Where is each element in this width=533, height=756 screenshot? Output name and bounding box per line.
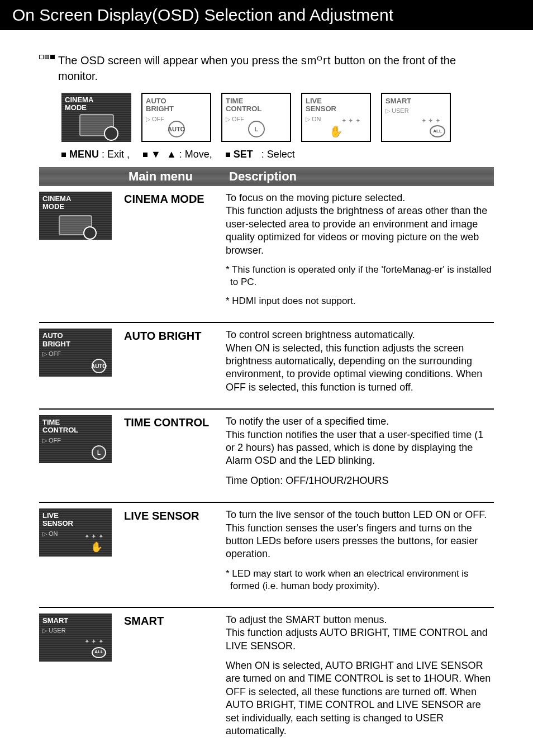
menu-name: SMART [124, 614, 219, 745]
all-icon: ALL [430, 125, 445, 137]
menu-icon-card: CINEMAMODE [39, 192, 112, 240]
menu-description: To adjust the SMART button menus. This f… [226, 614, 494, 745]
menu-icon-card: TIMECONTROL▷ OFFL [39, 415, 112, 463]
hand-icon: ✋ [329, 125, 343, 137]
move-action: : Move, [179, 149, 212, 160]
menu-icon-card: SMART▷ USER✦ ✦ ✦ALL [39, 614, 112, 662]
table-row: SMART▷ USER✦ ✦ ✦ALLSMARTTo adjust the SM… [39, 608, 494, 753]
auto-icon: AUTO [92, 359, 106, 373]
description-text: Time Option: OFF/1HOUR/2HOURS [226, 474, 494, 487]
intro-before: The OSD screen will appear when you pres… [58, 54, 301, 66]
description-text: When ON is selected, AUTO BRIGHT and LIV… [226, 659, 494, 738]
table-row: TIMECONTROL▷ OFFLTIME CONTROLTo notify t… [39, 410, 494, 503]
smart-logo: smᴼrt [301, 54, 331, 66]
menu-table: CINEMAMODECINEMA MODETo focus on the mov… [39, 186, 494, 752]
menu-action: : Exit , [102, 149, 130, 160]
menu-description: To turn the live sensor of the touch but… [226, 508, 494, 599]
menu-description: To notify the user of a specified time. … [226, 415, 494, 494]
bullet-icon [39, 55, 55, 59]
table-row: LIVESENSOR▷ ON✦ ✦ ✦✋LIVE SENSORTo turn t… [39, 503, 494, 608]
description-text: To notify the user of a specified time. … [226, 415, 494, 468]
osd-thumb-4: SMART▷ USER✦ ✦ ✦ALL [381, 93, 451, 142]
menu-name: LIVE SENSOR [124, 508, 219, 599]
menu-icon-card: AUTOBRIGHT▷ OFFAUTO [39, 329, 112, 377]
set-action: : Select [261, 149, 295, 160]
menu-name: AUTO BRIGHT [124, 329, 219, 401]
menu-description: To control screen brightness automatical… [226, 329, 494, 401]
osd-thumb-0: CINEMAMODE [61, 93, 131, 142]
osd-thumb-2: TIMECONTROL▷ OFFL [221, 93, 291, 142]
description-text: To control screen brightness automatical… [226, 329, 494, 394]
table-header: Main menu Description [39, 167, 494, 186]
auto-icon: AUTO [168, 121, 185, 137]
set-label: SET [234, 149, 253, 160]
clock-icon: L [248, 121, 265, 137]
osd-thumb-3: LIVESENSOR▷ ON✦ ✦ ✦✋ [301, 93, 371, 142]
clock-icon: L [92, 445, 106, 460]
menu-icon-card: LIVESENSOR▷ ON✦ ✦ ✦✋ [39, 508, 112, 557]
table-row: AUTOBRIGHT▷ OFFAUTOAUTO BRIGHTTo control… [39, 323, 494, 410]
nav-hints: MENU : Exit , ▼ ▲ : Move, SET : Select [61, 149, 494, 160]
menu-description: To focus on the moving picture selected.… [226, 192, 494, 314]
hand-icon: ✋ [91, 542, 103, 553]
header-description: Description [229, 167, 494, 186]
intro-paragraph: The OSD screen will appear when you pres… [39, 53, 494, 84]
table-row: CINEMAMODECINEMA MODETo focus on the mov… [39, 186, 494, 323]
description-text: To turn the live sensor of the touch but… [226, 508, 494, 561]
description-text: To focus on the moving picture selected.… [226, 192, 494, 257]
menu-name: CINEMA MODE [124, 192, 219, 314]
all-icon: ALL [92, 647, 106, 658]
up-arrow-icon: ▲ [166, 149, 177, 160]
description-note: * This function is operated only if the … [226, 264, 494, 288]
osd-thumbnail-row: CINEMAMODEAUTOBRIGHT▷ OFFAUTOTIMECONTROL… [61, 93, 494, 142]
description-text: To adjust the SMART button menus. This f… [226, 614, 494, 653]
header-main-menu: Main menu [129, 167, 229, 186]
page-title: On Screen Display(OSD) Selection and Adj… [0, 0, 533, 30]
menu-name: TIME CONTROL [124, 415, 219, 494]
osd-thumb-1: AUTOBRIGHT▷ OFFAUTO [141, 93, 211, 142]
menu-label: MENU [69, 149, 99, 160]
description-note: * HDMI input does not support. [226, 295, 494, 307]
down-arrow-icon: ▼ [151, 149, 161, 160]
description-note: * LED may start to work when an electric… [226, 568, 494, 592]
